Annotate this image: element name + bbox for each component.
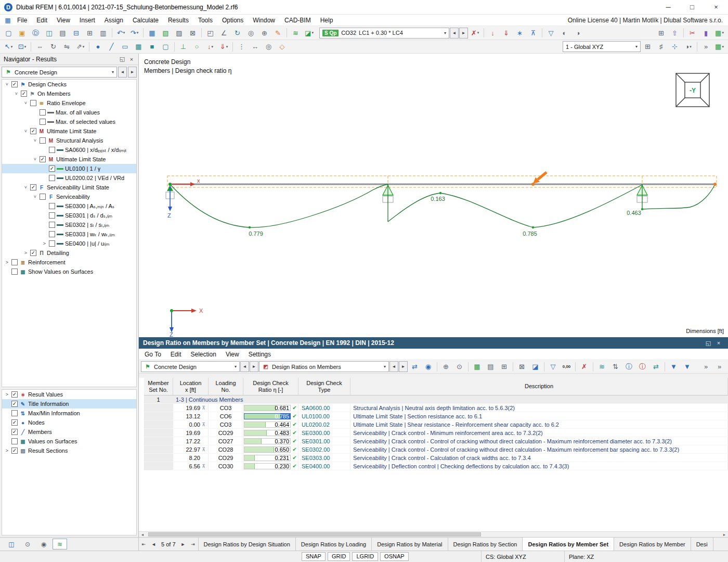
filter-loads-icon[interactable]: ▼	[681, 361, 694, 373]
tab-design-ratios-by-member[interactable]: Design Ratios by Member	[614, 538, 691, 551]
checkbox[interactable]: ✓	[30, 128, 36, 134]
checkbox[interactable]	[49, 231, 55, 237]
collapse-arrow-icon[interactable]: ˅	[23, 129, 29, 134]
transfer-icon[interactable]: ⇄	[649, 361, 662, 373]
load-values-icon[interactable]: ∗	[513, 27, 526, 39]
delete-results-icon[interactable]: ✗▾	[469, 27, 482, 39]
print-table-icon[interactable]: ⊞	[498, 361, 511, 373]
load-case-combo[interactable]: S Qp CO32 LC1 + 0.30 * LC4 ▾	[319, 28, 449, 39]
collapse-arrow-icon[interactable]: ˅	[32, 157, 38, 162]
expand-arrow-icon[interactable]: ˃	[23, 250, 29, 256]
tree-item-max-min-information[interactable]: ⇅Max/Min Information	[2, 408, 136, 418]
tree-item-result-sections[interactable]: ˃✓▨Result Sections	[2, 446, 136, 455]
grid-icon[interactable]: ♯	[655, 41, 668, 53]
guideline-icon[interactable]: ⋮	[235, 41, 248, 53]
info-red-icon[interactable]: ⓘ	[636, 361, 649, 373]
tab-design-ratios-by-loading[interactable]: Design Ratios by Loading	[296, 538, 372, 551]
zoom-icon[interactable]: ◎	[244, 27, 257, 39]
decimal-places-icon[interactable]: 0,00	[560, 361, 573, 373]
checkbox[interactable]	[49, 222, 55, 228]
menu-edit[interactable]: Edit	[32, 16, 52, 25]
checkbox[interactable]	[11, 269, 18, 275]
nodal-load-icon[interactable]: ↓▾	[204, 41, 217, 53]
tree-item-ratio-envelope[interactable]: ˅≋Ratio Envelope	[2, 98, 136, 108]
table-menu-edit[interactable]: Edit	[166, 350, 186, 359]
tab-design-ratios-by-material[interactable]: Design Ratios by Material	[372, 538, 448, 551]
delete-table-results-icon[interactable]: ✗	[578, 361, 591, 373]
tree-item-serviceability[interactable]: ˅FServiceability	[2, 192, 136, 201]
checkbox[interactable]	[11, 410, 18, 416]
surface-tool-icon[interactable]: ▦	[132, 41, 145, 53]
navigator-data-tab[interactable]: ◫	[4, 539, 19, 550]
close-panel-icon[interactable]: ×	[713, 340, 724, 346]
graphics-window[interactable]: Concrete Design Members | Design check r…	[139, 54, 728, 337]
line-tool-icon[interactable]: ╱	[105, 41, 118, 53]
checkbox[interactable]: ✓	[40, 156, 46, 162]
tree-item-ultimate-limit-state[interactable]: ˅✓MUltimate Limit State	[2, 126, 136, 136]
navigator-design-combo[interactable]: ⚑ Concrete Design ▾	[2, 67, 117, 78]
solid-tool-icon[interactable]: ■	[146, 41, 159, 53]
find-icon[interactable]: ⊙	[453, 361, 466, 373]
tree-item-nodes[interactable]: ✓●Nodes	[2, 418, 136, 427]
pan-icon[interactable]: ⊕	[258, 27, 271, 39]
maximize-button[interactable]: □	[680, 0, 704, 14]
comment-icon[interactable]: ✎	[271, 27, 284, 39]
checkbox[interactable]	[11, 259, 18, 265]
scroll-right-icon[interactable]: ►	[721, 533, 728, 537]
checkbox[interactable]: ✓	[11, 448, 18, 454]
excel-export-icon[interactable]: ▦	[471, 361, 484, 373]
collapse-arrow-icon[interactable]: ˅	[32, 138, 38, 143]
tree-item-design-checks[interactable]: ˅✓⚑Design Checks	[2, 80, 136, 89]
coordinate-system-combo[interactable]: 1 - Global XYZ ▾	[563, 41, 641, 52]
tab-desi[interactable]: Desi	[691, 538, 713, 551]
collapse-arrow-icon[interactable]: ˅	[23, 100, 29, 106]
plane-grid-icon[interactable]: ⊞	[641, 41, 654, 53]
status-toggle-grid[interactable]: GRID	[328, 552, 350, 561]
menu-cad-bim[interactable]: CAD-BIM	[280, 16, 316, 25]
overflow-icon[interactable]: »	[699, 41, 712, 53]
smooth-icon[interactable]: ≋	[595, 361, 608, 373]
checkbox[interactable]	[49, 240, 55, 247]
expand-arrow-icon[interactable]: ˃	[42, 241, 47, 246]
checkbox[interactable]: ✓	[11, 429, 18, 435]
clipping-icon[interactable]: ◑	[571, 27, 584, 39]
view-cube[interactable]: -Y	[676, 73, 709, 107]
checkbox[interactable]	[49, 212, 55, 219]
max-values-icon[interactable]: ⊼	[527, 27, 540, 39]
menu-insert[interactable]: Insert	[75, 16, 100, 25]
table-row[interactable]: 0.00⊼CO30.464✔UL0200.02Ultimate Limit St…	[144, 420, 728, 429]
print-icon[interactable]: ⊞	[83, 27, 96, 39]
table-group-row[interactable]: 11-3 | Continuous Members	[144, 395, 728, 404]
table-menu-view[interactable]: View	[221, 350, 244, 359]
table-row[interactable]: 17.22CO270.370✔SE0301.00Serviceability |…	[144, 437, 728, 445]
navigator-views-tab[interactable]: ◉	[36, 539, 51, 550]
undo-icon[interactable]: ↶▾	[114, 27, 127, 39]
model-canvas[interactable]: x Z 0.779 0.163 0.785 0.463	[139, 54, 728, 337]
navigator-next-button[interactable]: ►	[128, 67, 137, 78]
node-4[interactable]	[713, 183, 717, 186]
collapse-arrow-icon[interactable]: ˅	[23, 185, 29, 190]
table-design-combo[interactable]: ⚑ Concrete Design ▾	[141, 361, 240, 372]
axes-icon[interactable]: ⊹	[668, 41, 681, 53]
tree-item-members[interactable]: ✓╱Members	[2, 427, 136, 437]
block-icon[interactable]: ▮	[699, 27, 712, 39]
report-icon[interactable]: ⊞	[655, 27, 668, 39]
dlubal-center-icon[interactable]: Ⓓ	[29, 27, 42, 39]
table-menu-go-to[interactable]: Go To	[140, 350, 166, 359]
open-model-icon[interactable]: ▣	[16, 27, 29, 39]
result-tables-icon[interactable]: ▧	[159, 27, 172, 39]
clipboard-icon[interactable]: ⊠	[186, 27, 199, 39]
checkbox[interactable]	[49, 175, 55, 181]
dimension-icon[interactable]: ↔	[249, 41, 262, 53]
expand-arrow-icon[interactable]: ˃	[4, 392, 10, 397]
table-view-combo[interactable]: ◩ Design Ratios on Members ▾	[259, 361, 389, 372]
table-row[interactable]: 19.69CO290.483✔SE0300.00Serviceability |…	[144, 429, 728, 437]
checkbox[interactable]	[49, 203, 55, 209]
tree-item-title-information[interactable]: ✓✎Title Information	[2, 399, 136, 408]
tree-item-values-on-surfaces[interactable]: ▦Values on Surfaces	[2, 437, 136, 446]
more-tools-icon[interactable]: »	[713, 361, 726, 373]
support-tool-icon[interactable]: ⊥	[177, 41, 190, 53]
checkbox[interactable]: ✓	[11, 391, 18, 398]
table-view-prev-button[interactable]: ◄	[389, 361, 398, 372]
collapse-arrow-icon[interactable]: ˅	[32, 194, 38, 199]
